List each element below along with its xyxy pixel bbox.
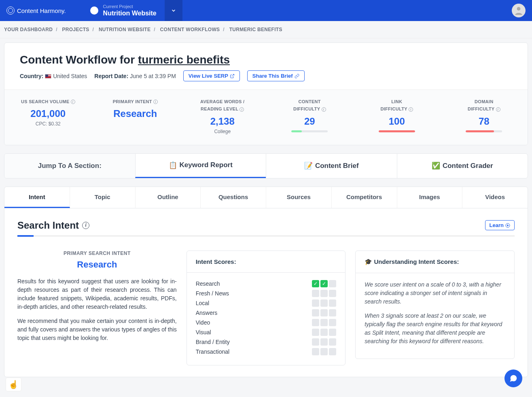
tab-content-brief[interactable]: 📝 Content Brief [266, 154, 397, 178]
project-color-dot [90, 6, 98, 15]
svg-line-1 [232, 74, 234, 76]
feedback-widget[interactable]: ☝️ [6, 378, 21, 385]
subtab-videos[interactable]: Videos [462, 187, 528, 208]
workflow-title: Content Workflow for turmeric benefits [20, 53, 512, 66]
breadcrumb-item[interactable]: PROJECTS [62, 27, 89, 32]
logo-icon [6, 6, 15, 15]
subtab-topic[interactable]: Topic [70, 187, 136, 208]
report-panel: Intent Topic Outline Questions Sources C… [4, 187, 528, 377]
subtab-images[interactable]: Images [397, 187, 463, 208]
breadcrumb-item[interactable]: NUTRITION WEBSITE [99, 27, 150, 32]
top-header: Content Harmony. Current Project Nutriti… [0, 0, 532, 21]
project-chevron[interactable] [165, 0, 182, 21]
project-label: Current Project [103, 4, 157, 9]
score-row: Video [196, 319, 337, 326]
svg-marker-3 [507, 225, 509, 226]
score-row: Local [196, 299, 337, 307]
learn-button[interactable]: Learn [485, 220, 515, 230]
subtab-competitors[interactable]: Competitors [332, 187, 397, 208]
score-row: Brand / Entity [196, 338, 337, 346]
link-icon [295, 74, 299, 79]
brand-name: Content Harmony. [17, 7, 66, 14]
workflow-card: Content Workflow for turmeric benefits C… [4, 42, 528, 145]
breadcrumb-item[interactable]: TURMERIC BENEFITS [229, 27, 282, 32]
view-serp-button[interactable]: View Live SERP [183, 70, 240, 81]
section-tabs: Jump To A Section: 📋 Keyword Report 📝 Co… [4, 153, 528, 178]
intent-scores-card: Intent Scores: Research✓✓Fresh / NewsLoc… [187, 251, 346, 365]
info-icon[interactable]: i [82, 222, 89, 229]
flag-us-icon [45, 74, 51, 79]
stat-volume: US SEARCH VOLUME i 201,000 CPC: $0.32 [4, 90, 92, 145]
info-icon[interactable]: i [409, 107, 413, 112]
score-row: Visual [196, 329, 337, 336]
stat-intent: PRIMARY INTENT i Research [92, 90, 179, 145]
breadcrumb: YOUR DASHBOARD/ PROJECTS/ NUTRITION WEBS… [0, 21, 532, 38]
svg-point-0 [517, 7, 521, 11]
score-row: Research✓✓ [196, 280, 337, 287]
help-chat-button[interactable] [504, 369, 522, 385]
subtab-intent[interactable]: Intent [4, 187, 70, 208]
info-icon[interactable]: i [240, 107, 244, 112]
user-avatar[interactable] [512, 4, 526, 17]
info-icon[interactable]: i [153, 100, 158, 104]
tab-keyword-report[interactable]: 📋 Keyword Report [135, 154, 266, 178]
primary-intent-column: PRIMARY SEARCH INTENT Research Results f… [17, 251, 177, 348]
external-link-icon [230, 74, 235, 79]
info-icon[interactable]: i [71, 100, 75, 104]
score-row: Transactional [196, 348, 337, 355]
chat-icon [509, 374, 518, 383]
stat-words: AVERAGE WORDS /READING LEVEL i 2,138 Col… [179, 90, 266, 145]
breadcrumb-item[interactable]: CONTENT WORKFLOWS [160, 27, 220, 32]
breadcrumb-item[interactable]: YOUR DASHBOARD [4, 27, 53, 32]
score-row: Answers [196, 309, 337, 316]
subtab-sources[interactable]: Sources [266, 187, 332, 208]
workflow-keyword: turmeric benefits [138, 53, 230, 66]
subtab-outline[interactable]: Outline [136, 187, 201, 208]
subtab-questions[interactable]: Questions [201, 187, 266, 208]
brand-logo[interactable]: Content Harmony. [6, 6, 66, 15]
section-tabs-label: Jump To A Section: [4, 154, 135, 178]
understanding-card: 🎓 Understanding Intent Scores: We score … [355, 251, 515, 359]
stat-content-difficulty: CONTENTDIFFICULTY i 29 [266, 90, 354, 145]
tab-content-grader[interactable]: ✅ Content Grader [397, 154, 528, 178]
project-selector[interactable]: Current Project Nutrition Website [90, 4, 157, 17]
intent-title: Search Intent i [17, 220, 89, 231]
score-row: Fresh / News [196, 290, 337, 297]
stat-link-difficulty: LINKDIFFICULTY i 100 [353, 90, 441, 145]
stat-domain-difficulty: DOMAINDIFFICULTY i 78 [441, 90, 528, 145]
subtabs: Intent Topic Outline Questions Sources C… [4, 187, 528, 208]
info-icon[interactable]: i [496, 107, 500, 112]
section-progress [17, 235, 515, 237]
play-circle-icon [505, 223, 510, 228]
info-icon[interactable]: i [322, 107, 326, 112]
project-name: Nutrition Website [103, 9, 157, 17]
share-brief-button[interactable]: Share This Brief [247, 70, 305, 81]
